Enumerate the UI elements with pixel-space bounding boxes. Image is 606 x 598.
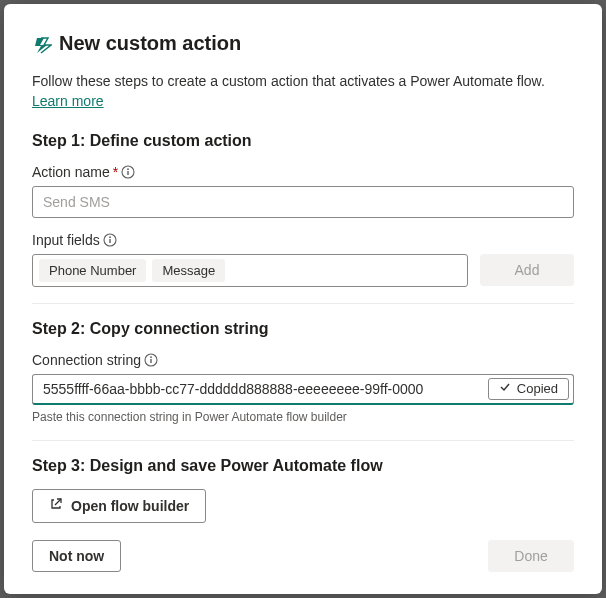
check-icon <box>499 381 511 396</box>
connection-string-label-text: Connection string <box>32 352 141 368</box>
svg-rect-5 <box>109 239 110 243</box>
dialog-header: New custom action <box>32 32 574 55</box>
action-name-label-text: Action name <box>32 164 110 180</box>
add-button: Add <box>480 254 574 286</box>
step3-title: Step 3: Design and save Power Automate f… <box>32 457 574 475</box>
svg-point-4 <box>109 236 111 238</box>
dialog-footer: Not now Done <box>32 530 574 572</box>
not-now-button[interactable]: Not now <box>32 540 121 572</box>
external-link-icon <box>49 497 63 514</box>
copied-label: Copied <box>517 381 558 396</box>
intro-text: Follow these steps to create a custom ac… <box>32 71 574 112</box>
custom-action-icon <box>32 34 52 54</box>
new-custom-action-dialog: New custom action Follow these steps to … <box>4 4 602 594</box>
step1-title: Step 1: Define custom action <box>32 132 574 150</box>
connection-string-value[interactable]: 5555ffff-66aa-bbbb-cc77-dddddd888888-eee… <box>33 375 488 403</box>
required-asterisk: * <box>113 164 118 180</box>
svg-rect-8 <box>150 359 151 363</box>
connection-string-hint: Paste this connection string in Power Au… <box>32 410 574 424</box>
learn-more-link[interactable]: Learn more <box>32 93 104 109</box>
svg-point-7 <box>150 356 152 358</box>
dialog-title: New custom action <box>59 32 241 55</box>
action-name-input[interactable] <box>32 186 574 218</box>
chip-phone-number[interactable]: Phone Number <box>39 259 146 282</box>
input-fields-label-text: Input fields <box>32 232 100 248</box>
done-button: Done <box>488 540 574 572</box>
divider <box>32 440 574 441</box>
info-icon[interactable] <box>103 233 117 247</box>
open-flow-builder-button[interactable]: Open flow builder <box>32 489 206 523</box>
svg-rect-2 <box>128 171 129 175</box>
open-flow-builder-label: Open flow builder <box>71 498 189 514</box>
info-icon[interactable] <box>121 165 135 179</box>
input-fields-label: Input fields <box>32 232 574 248</box>
copied-badge[interactable]: Copied <box>488 378 569 400</box>
connection-string-label: Connection string <box>32 352 574 368</box>
divider <box>32 303 574 304</box>
svg-point-1 <box>127 168 129 170</box>
info-icon[interactable] <box>144 353 158 367</box>
step2-title: Step 2: Copy connection string <box>32 320 574 338</box>
action-name-label: Action name * <box>32 164 574 180</box>
intro-body: Follow these steps to create a custom ac… <box>32 73 545 89</box>
chip-message[interactable]: Message <box>152 259 225 282</box>
input-fields-chips[interactable]: Phone Number Message <box>32 254 468 287</box>
connection-string-field[interactable]: 5555ffff-66aa-bbbb-cc77-dddddd888888-eee… <box>32 374 574 405</box>
